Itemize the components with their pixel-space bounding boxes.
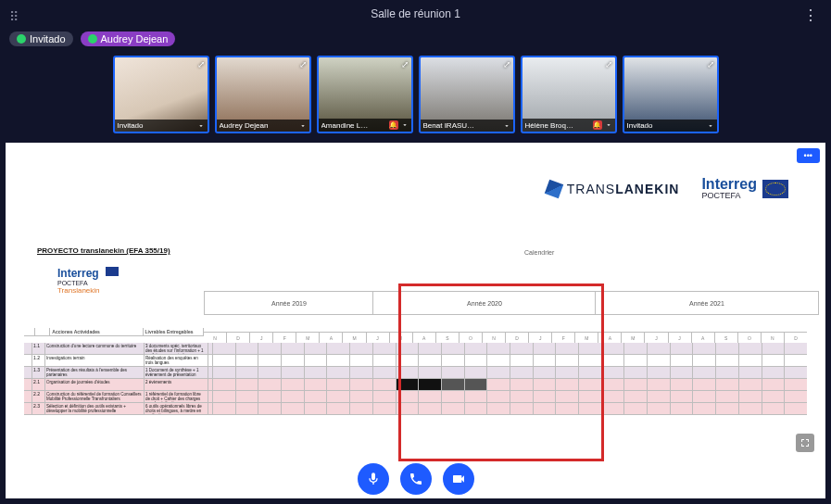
- gantt-cell: [349, 355, 372, 366]
- gantt-cell: [464, 379, 487, 390]
- gantt-cell: [555, 355, 578, 366]
- chevron-down-icon[interactable]: [299, 122, 307, 130]
- gantt-cell: [738, 391, 762, 402]
- gantt-cell: [578, 355, 601, 366]
- gantt-cell: [304, 343, 327, 354]
- gantt-cell: [692, 367, 715, 378]
- chevron-down-icon[interactable]: [707, 122, 714, 130]
- year-header: Année 2020: [372, 291, 597, 315]
- participant-tile[interactable]: ⤢Amandine L…🔔: [317, 56, 413, 133]
- gantt-cell: [349, 403, 372, 414]
- year-header: Année 2021: [595, 291, 819, 315]
- row-number: 1.2: [32, 355, 45, 366]
- chevron-down-icon[interactable]: [503, 122, 510, 130]
- video-button[interactable]: [443, 463, 474, 495]
- gantt-cell: [510, 379, 533, 390]
- gantt-cell: [647, 343, 670, 354]
- video-conference-app: ⠿ Salle de réunion 1 ⋮ Invitado Audrey D…: [0, 0, 831, 504]
- gantt-cell: [692, 403, 715, 414]
- gantt-cell: [464, 403, 487, 414]
- participant-tile[interactable]: ⤢Invitado: [623, 56, 719, 133]
- row-number: 2.2: [32, 391, 45, 402]
- gantt-cell: [623, 367, 647, 378]
- gantt-cell: [510, 355, 533, 366]
- gantt-cell: [281, 355, 304, 366]
- chevron-down-icon[interactable]: [401, 121, 409, 129]
- axis-label: [24, 367, 32, 378]
- gantt-cell: [372, 343, 396, 354]
- expand-tile-icon[interactable]: ⤢: [605, 59, 612, 69]
- gantt-row: 2.3Sélection et définition des outils ex…: [24, 403, 807, 415]
- gantt-cell: [396, 367, 419, 378]
- deliverables-header: Livrables Entregables: [144, 328, 204, 335]
- participant-tile[interactable]: ⤢Invitado: [113, 56, 209, 133]
- gantt-cell: [281, 391, 304, 402]
- gantt-cell: [281, 379, 304, 390]
- participant-tile[interactable]: ⤢Hélène Broq…🔔: [521, 56, 617, 133]
- row-activity: Construction du référentiel de formation…: [45, 391, 145, 402]
- gantt-cell: [670, 343, 693, 354]
- expand-tile-icon[interactable]: ⤢: [401, 59, 409, 69]
- gantt-cell: [304, 355, 327, 366]
- expand-tile-icon[interactable]: ⤢: [707, 59, 714, 69]
- guest-chip[interactable]: Invitado: [9, 32, 73, 46]
- mute-button[interactable]: [358, 463, 389, 495]
- expand-tile-icon[interactable]: ⤢: [503, 59, 510, 69]
- gantt-cell: [464, 367, 487, 378]
- gantt-cell: [601, 403, 624, 414]
- gantt-cell: [510, 367, 533, 378]
- gantt-rows: 1.1Construction d'une lecture commune du…: [24, 343, 807, 415]
- side-headers: Acciones Actividades Livrables Entregabl…: [24, 328, 204, 336]
- gantt-cell: [647, 367, 670, 378]
- gantt-cell: [326, 367, 349, 378]
- gantt-cell: [533, 343, 556, 354]
- row-activity: Organisation de journées d'études: [45, 379, 145, 390]
- expand-tile-icon[interactable]: ⤢: [299, 59, 307, 69]
- gantt-cell: [396, 355, 419, 366]
- row-number: 1.1: [32, 343, 45, 354]
- mic-active-icon: [17, 34, 26, 44]
- gantt-cell: [738, 355, 762, 366]
- gantt-cell: [396, 403, 419, 414]
- gantt-cell: [304, 391, 327, 402]
- expand-tile-icon[interactable]: ⤢: [197, 59, 205, 69]
- gantt-cell: [647, 355, 670, 366]
- participant-name: Invitado: [627, 121, 704, 130]
- chevron-down-icon[interactable]: [605, 121, 612, 129]
- mini-l2: POCTEFA: [57, 280, 100, 286]
- mic-icon: [366, 472, 381, 486]
- gantt-cell: [235, 355, 258, 366]
- translanekin-logo: TRANSLANEKIN: [547, 182, 680, 196]
- hangup-button[interactable]: [400, 463, 432, 495]
- gantt-cell: [533, 355, 556, 366]
- gantt-cell: [715, 355, 738, 366]
- gantt-cell: [486, 343, 510, 354]
- gantt-cell: [692, 391, 715, 402]
- expand-share-button[interactable]: [796, 434, 814, 452]
- gantt-cell: [486, 391, 510, 402]
- gantt-cell: [784, 367, 807, 378]
- gantt-cell: [762, 379, 785, 390]
- drag-handle-icon[interactable]: ⠿: [9, 9, 19, 24]
- gantt-cell: [235, 343, 258, 354]
- participant-tile[interactable]: ⤢Benat IRASU…: [419, 56, 515, 133]
- camera-icon: [451, 472, 466, 486]
- gantt-cell: [396, 379, 419, 390]
- gantt-cell: [647, 391, 670, 402]
- participant-tile[interactable]: ⤢Audrey Dejean: [215, 56, 311, 133]
- gantt-cell: [281, 343, 304, 354]
- gantt-cell: [418, 355, 441, 366]
- gantt-cell: [578, 343, 601, 354]
- gantt-cell: [258, 403, 281, 414]
- bell-icon: 🔔: [593, 120, 602, 130]
- gantt-cell: [647, 403, 670, 414]
- chevron-down-icon[interactable]: [197, 122, 205, 130]
- tile-bar: Benat IRASU…: [421, 120, 513, 132]
- host-chip[interactable]: Audrey Dejean: [81, 32, 176, 46]
- more-options-icon[interactable]: ⋮: [803, 6, 818, 24]
- participant-name: Benat IRASU…: [423, 121, 500, 130]
- gantt-cell: [486, 403, 510, 414]
- top-bar: ⠿ Salle de réunion 1 ⋮: [0, 0, 831, 28]
- gantt-cell: [235, 367, 258, 378]
- gantt-cell: [623, 355, 647, 366]
